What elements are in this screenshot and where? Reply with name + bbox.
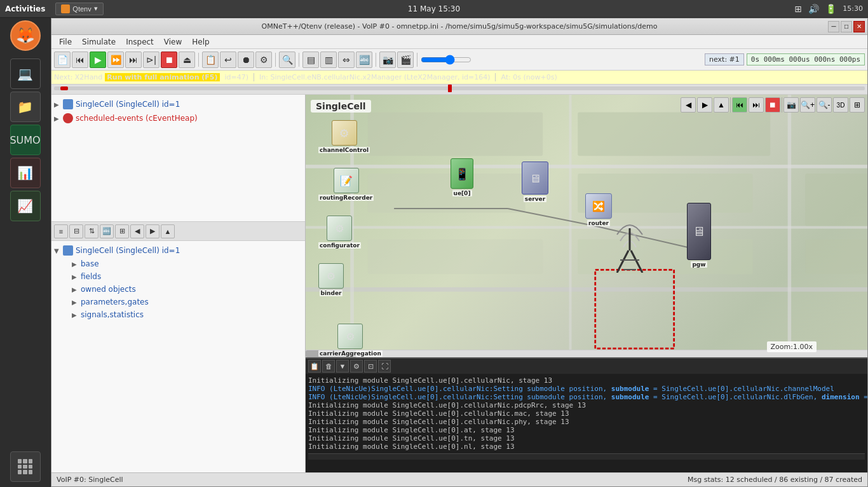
log-tb-filter[interactable]: ▼ [336,360,349,373]
express-run-button[interactable]: ⏭ [125,51,142,68]
statusbar: VoIP #0: SingleCell Msg stats: 12 schedu… [51,472,867,486]
canvas-grid[interactable]: ⊞ [850,97,865,113]
activities-button[interactable]: Activities [5,4,45,13]
layout-btn4[interactable]: 🔤 [356,51,372,68]
menubar: File Simulate Inspect View Help [51,35,867,49]
new-button[interactable]: 📄 [54,51,71,68]
event-log-button[interactable]: 📋 [202,51,219,68]
menu-simulate[interactable]: Simulate [77,36,121,48]
canvas-toolbar: ◀ ▶ ▲ ⏮ ⏭ ⏹ 📷 🔍+ 🔍- 3D ⊞ [681,97,865,113]
call-finish-button[interactable]: ⏏ [179,51,195,68]
net-server[interactable]: 🖥 server [522,161,548,202]
canvas-stop[interactable]: ⏹ [765,97,780,113]
tree-tb-sort[interactable]: ⇅ [85,224,98,238]
menu-view[interactable]: View [159,36,187,48]
log-tb-copy[interactable]: 📋 [308,360,321,373]
tree-tb-list2[interactable]: ⊟ [69,224,83,238]
net-channelcontrol[interactable]: ⚙ channelControl [318,120,370,153]
net-router[interactable]: 🔀 router [585,193,612,226]
qtenv-arrow: ▾ [94,4,98,13]
tree-tb-filter[interactable]: 🔤 [100,224,114,238]
canvas-3d[interactable]: 3D [833,97,848,113]
canvas-step[interactable]: ⏭ [749,97,764,113]
tooltipbar: Next: X2Hand Run with full animation (F5… [51,71,867,85]
app-title: OMNeT++/Qtenv (release) - VoIP #0 - omne… [262,22,658,31]
tree-tb-list[interactable]: ≡ [54,224,68,238]
canvas-play[interactable]: ⏮ [732,97,747,113]
time-display: 0s 000ms 000us 000ns 000ps [747,53,865,65]
cam-btn2[interactable]: 🎬 [397,51,414,68]
tree-child-signals[interactable]: ▶ signals,statistics [54,308,302,321]
canvas-nav-forward[interactable]: ▶ [697,97,712,113]
app-minimize-button[interactable]: ─ [828,21,839,32]
tree-tb-back[interactable]: ◀ [130,224,144,238]
log-tb-clear[interactable]: 🗑 [322,360,335,373]
tree-child-signals-label: signals,statistics [81,310,144,319]
canvas-zoom-in[interactable]: 🔍+ [800,97,815,113]
fast-run-button[interactable]: ⏩ [107,51,124,68]
log-tb-split[interactable]: ⊡ [364,360,377,373]
taskbar-app1[interactable]: 📊 [10,158,41,188]
taskbar-apps[interactable] [10,451,41,482]
taskbar-firefox[interactable]: 🦊 [10,20,41,51]
taskbar-terminal[interactable]: 💻 [10,58,41,89]
routingrecorder-label: routingRecorder [318,195,374,201]
menu-inspect[interactable]: Inspect [121,36,159,48]
taskbar-app2[interactable]: 📈 [10,191,41,221]
log-tb-settings[interactable]: ⚙ [350,360,363,373]
tree-child-fields[interactable]: ▶ fields [54,270,302,283]
channelcontrol-icon: ⚙ [332,120,357,146]
stop-button[interactable]: ⏹ [161,51,177,68]
record-button[interactable]: ⏺ [238,51,254,68]
net-configurator[interactable]: ⚙ configurator [318,216,361,249]
layout-btn3[interactable]: ⇔ [338,51,355,68]
run-button[interactable]: ▶ [90,51,106,68]
menu-file[interactable]: File [54,36,77,48]
speed-slider[interactable] [421,55,471,65]
app-maximize-button[interactable]: □ [841,21,852,32]
tree-bottom: ▼ SingleCell (SingleCell) id=1 ▶ base ▶ … [51,241,305,472]
tree-item-singlecell[interactable]: ▶ SingleCell (SingleCell) id=1 [54,97,302,111]
net-pgw[interactable]: 🖥 pgw [687,203,711,268]
tree-child-owned[interactable]: ▶ owned objects [54,283,302,296]
layout-btn2[interactable]: ▥ [320,51,337,68]
tree-tb-grid[interactable]: ⊞ [115,224,129,238]
tree-child-params[interactable]: ▶ parameters,gates [54,296,302,308]
menu-help[interactable]: Help [187,36,214,48]
step-back-button[interactable]: ⏮ [72,51,88,68]
undo-button[interactable]: ↩ [220,51,236,68]
svg-rect-8 [368,174,526,213]
canvas-nav-up[interactable]: ▲ [714,97,729,113]
app-close-button[interactable]: ✕ [853,21,865,32]
app-win-controls: ─ □ ✕ [828,21,865,32]
tree-root-item[interactable]: ▼ SingleCell (SingleCell) id=1 [54,244,302,257]
log-tb-full[interactable]: ⛶ [378,360,391,373]
net-routingrecorder[interactable]: 📝 routingRecorder [318,168,374,201]
tree-tb-up[interactable]: ▲ [161,224,175,238]
svg-rect-1 [306,226,867,229]
canvas-area[interactable]: SingleCell ⚙ channelControl 📝 routingRec… [306,95,867,357]
svg-rect-13 [805,239,867,274]
until-button[interactable]: ⊳| [143,51,159,68]
canvas-zoom-out[interactable]: 🔍- [817,97,832,113]
app-titlebar: OMNeT++/Qtenv (release) - VoIP #0 - omne… [51,18,867,35]
qtenv-button[interactable]: Qtenv ▾ [55,3,103,15]
layout-btn1[interactable]: ▤ [302,51,319,68]
log-toolbar: 📋 🗑 ▼ ⚙ ⊡ ⛶ [306,357,867,374]
cam-btn1[interactable]: 📷 [379,51,396,68]
settings-button[interactable]: ⚙ [255,51,272,68]
find-button[interactable]: 🔍 [279,51,295,68]
canvas-record[interactable]: 📷 [783,97,799,113]
net-binder[interactable]: ⚙ binder [318,263,344,296]
taskbar-files[interactable]: 📁 [10,92,41,122]
log-hscroll[interactable] [308,453,865,460]
tree-child-base[interactable]: ▶ base [54,257,302,270]
net-tower[interactable] [611,222,649,273]
tooltip-next: Next: X2Hand [54,73,105,81]
canvas-nav-back[interactable]: ◀ [681,97,696,113]
net-ue0[interactable]: 📱 ue[0] [451,158,473,196]
net-carrieragg[interactable]: ⚙ carrierAggregation [318,324,383,357]
taskbar-sumo[interactable]: SUMO [10,125,41,155]
tree-tb-forward[interactable]: ▶ [146,224,159,238]
tree-item-events[interactable]: ▶ scheduled-events (cEventHeap) [54,111,302,125]
